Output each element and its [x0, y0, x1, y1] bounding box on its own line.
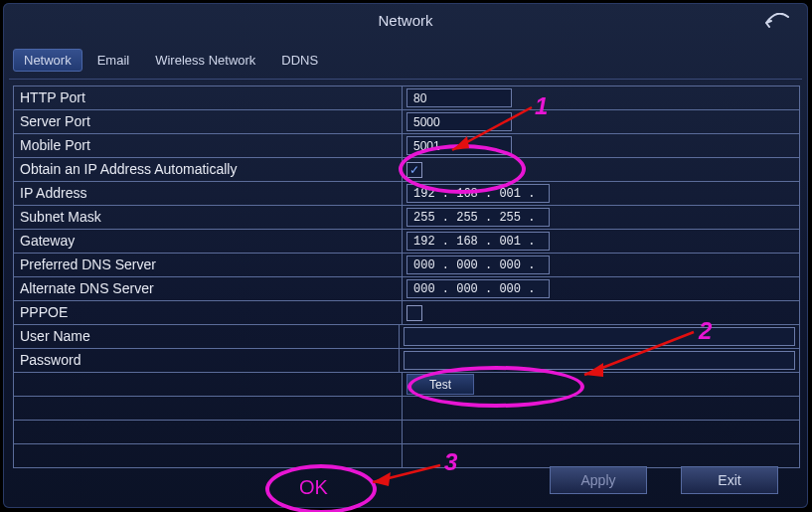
empty-cell: [14, 444, 403, 467]
label-server-port: Server Port: [14, 110, 403, 133]
tab-ddns[interactable]: DDNS: [270, 49, 329, 72]
checkbox-dhcp[interactable]: [406, 162, 422, 178]
annotation-ok-text: OK: [299, 476, 328, 499]
empty-cell: [14, 373, 403, 396]
back-icon[interactable]: [764, 13, 790, 29]
empty-cell: [403, 421, 799, 443]
input-server-port[interactable]: [406, 112, 512, 131]
label-pppoe: PPPOE: [14, 301, 403, 324]
window-title: Network: [378, 12, 432, 29]
network-settings-window: Network Network Email Wireless Network D…: [3, 3, 808, 508]
empty-cell: [14, 397, 403, 420]
input-dns1[interactable]: [406, 256, 550, 274]
test-button[interactable]: Test: [406, 374, 474, 395]
input-dns2[interactable]: [406, 279, 550, 298]
label-username: User Name: [14, 325, 400, 348]
input-password[interactable]: [404, 351, 795, 370]
input-mask[interactable]: [406, 208, 550, 227]
title-bar: Network: [3, 3, 808, 39]
empty-cell: [403, 397, 799, 420]
label-http-port: HTTP Port: [14, 86, 403, 109]
label-password: Password: [14, 349, 400, 372]
divider: [9, 79, 802, 80]
empty-cell: [403, 444, 799, 467]
empty-cell: [14, 421, 403, 443]
label-gateway: Gateway: [14, 230, 403, 253]
input-ip[interactable]: [406, 184, 550, 203]
input-username[interactable]: [404, 327, 795, 346]
settings-table: HTTP Port Server Port Mobile Port Obtain…: [13, 85, 800, 468]
input-mobile-port[interactable]: [406, 136, 512, 155]
svg-marker-5: [373, 472, 391, 486]
label-dns2: Alternate DNS Server: [14, 277, 403, 300]
label-ip: IP Address: [14, 182, 403, 205]
label-dns1: Preferred DNS Server: [14, 254, 403, 276]
tab-email[interactable]: Email: [86, 49, 141, 72]
label-dhcp: Obtain an IP Address Automatically: [14, 158, 403, 181]
tab-bar: Network Email Wireless Network DDNS: [13, 47, 798, 73]
label-mobile-port: Mobile Port: [14, 134, 403, 157]
apply-button[interactable]: Apply: [550, 466, 647, 494]
input-http-port[interactable]: [406, 88, 512, 107]
input-gateway[interactable]: [406, 232, 550, 251]
tab-wireless[interactable]: Wireless Network: [144, 49, 266, 72]
tab-network[interactable]: Network: [13, 49, 82, 72]
checkbox-pppoe[interactable]: [406, 305, 422, 321]
annotation-oval-3: [265, 464, 377, 512]
exit-button[interactable]: Exit: [681, 466, 778, 494]
footer-buttons: Apply Exit: [550, 466, 778, 494]
label-mask: Subnet Mask: [14, 206, 403, 229]
